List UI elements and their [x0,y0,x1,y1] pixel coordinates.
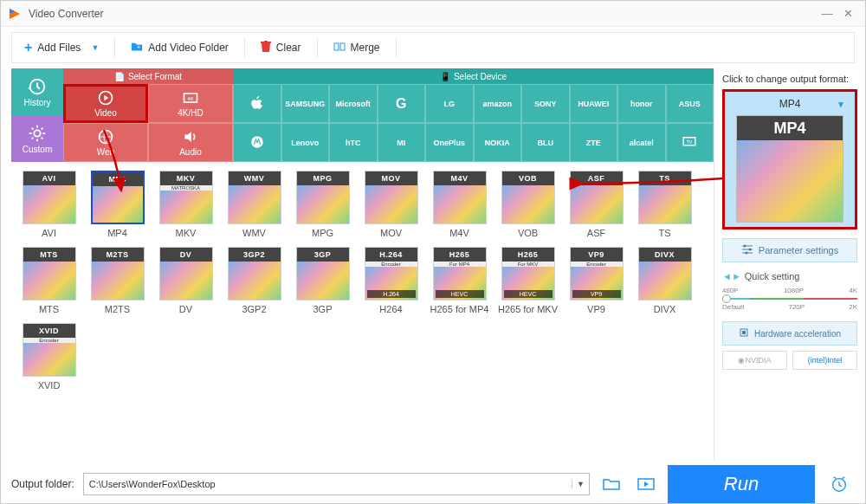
output-path-input[interactable] [84,479,572,489]
device-brand-microsoft[interactable]: Microsoft [329,84,378,123]
format-cat-audio[interactable]: Audio [148,123,233,162]
clear-button[interactable]: Clear [249,33,313,62]
format-divx[interactable]: DIVXDIVX [630,247,699,314]
custom-label: Custom [23,145,52,154]
format-m2ts[interactable]: M2TSM2TS [83,247,152,314]
format-cat-web[interactable]: Web [63,123,148,162]
speaker-icon [182,128,199,145]
device-brand-amazon[interactable]: amazon [474,84,522,123]
format-h264[interactable]: H.264EncoderH.264H264 [357,247,425,314]
close-button[interactable]: ✕ [837,3,858,24]
4k-icon: 4K [182,89,199,107]
parameter-settings-button[interactable]: Parameter settings [722,238,857,262]
nvidia-badge: ◉ NVIDIA [722,351,787,370]
quality-slider[interactable]: 480P1080P4K Default720P2K [722,287,857,311]
device-brand-honor[interactable]: honor [617,84,666,123]
format-h265-for-mkv[interactable]: H265For MKVHEVCH265 for MKV [494,247,562,314]
history-label: History [23,98,50,107]
add-folder-button[interactable]: + Add Video Folder [119,33,241,62]
video-folder-button[interactable] [633,473,659,495]
device-brand-huawei[interactable]: HUAWEI [570,84,618,123]
format-categories: Video4K4K/HDWebAudio [63,84,233,162]
moto-icon [249,133,266,151]
format-h265-for-mp4[interactable]: H265For MP4HEVCH265 for MP4 [425,247,494,314]
select-device-header: 📱 Select Device [233,68,714,84]
device-brand-lenovo[interactable]: Lenovo [281,123,330,162]
add-files-button[interactable]: + Add Files ▼ [12,33,111,62]
folder-plus-icon: + [131,41,143,55]
format-m4v[interactable]: M4VM4V [425,171,494,238]
history-tab[interactable]: History [11,68,63,115]
format-dv[interactable]: DVDV [152,247,220,314]
device-brand-asus[interactable]: ASUS [666,84,714,123]
format-vp9[interactable]: VP9EncoderVP9VP9 [562,247,630,314]
device-brand-lg[interactable]: LG [425,84,474,123]
trash-icon [261,41,271,55]
device-brand-nokia[interactable]: NOKIA [474,123,522,162]
plus-icon: + [24,40,32,55]
svg-point-6 [34,130,40,136]
chip-icon [739,327,749,339]
format-cat-video[interactable]: Video [63,84,148,123]
device-brand-mi[interactable]: MI [378,123,426,162]
output-format-label: MP4 [779,98,801,110]
path-dropdown-icon[interactable]: ▼ [572,480,589,488]
device-brand-sony[interactable]: SONY [521,84,570,123]
format-mov[interactable]: MOVMOV [357,171,425,238]
format-avi[interactable]: AVIAVI [15,171,83,238]
svg-rect-4 [340,43,345,50]
device-brand-samsung[interactable]: SAMSUNG [281,84,330,123]
device-brand-blu[interactable]: BLU [521,123,570,162]
device-brand-oneplus[interactable]: OnePlus [425,123,474,162]
format-wmv[interactable]: WMVWMV [220,171,288,238]
custom-tab[interactable]: Custom [11,115,63,162]
device-brands: SAMSUNGMicrosoftGLGamazonSONYHUAWEIhonor… [233,84,714,162]
toolbar-separator [396,38,397,57]
toolbar-separator [317,38,318,57]
add-folder-label: Add Video Folder [148,42,229,54]
format-mpg[interactable]: MPGMPG [288,171,357,238]
merge-icon [333,41,346,55]
device-brand-moto[interactable] [233,123,281,162]
app-logo-icon [8,7,22,21]
format-mts[interactable]: MTSMTS [15,247,83,314]
format-mkv[interactable]: MKVMATROSKAMKV [152,171,220,238]
format-xvid[interactable]: XVIDEncoderXVID [15,323,83,391]
device-brand-g[interactable]: G [378,84,426,123]
clear-label: Clear [276,42,301,54]
minimize-button[interactable]: — [817,3,837,24]
output-hint: Click to change output format: [722,74,857,84]
play-icon [97,89,114,107]
main-toolbar: + Add Files ▼ + Add Video Folder Clear M… [11,32,855,63]
output-thumb: MP4 [736,115,843,223]
format-asf[interactable]: ASFASF [562,171,630,238]
output-dropdown-icon[interactable]: ▼ [837,100,845,109]
format-ts[interactable]: TSTS [630,171,699,238]
output-format-box[interactable]: MP4 ▼ MP4 [722,89,857,229]
merge-button[interactable]: Merge [321,33,392,62]
sliders-icon [741,244,753,256]
format-cat-4khd[interactable]: 4K4K/HD [148,84,233,123]
run-button[interactable]: Run [668,465,815,503]
device-brand-apple[interactable] [233,84,281,123]
open-folder-button[interactable] [598,473,624,495]
output-folder-label: Output folder: [11,478,74,490]
format-3gp[interactable]: 3GP3GP [288,247,357,314]
device-brand-tv[interactable]: TV [666,123,714,162]
svg-point-16 [748,249,751,251]
device-brand-zte[interactable]: ZTE [570,123,618,162]
quick-setting-section: ◄► Quick setting 480P1080P4K Default720P… [722,271,857,311]
format-3gp2[interactable]: 3GP23GP2 [220,247,288,314]
device-brand-htc[interactable]: hTC [329,123,378,162]
intel-badge: (intel) Intel [792,351,857,370]
footer-bar: Output folder: ▼ Run [11,460,855,504]
format-vob[interactable]: VOBVOB [494,171,562,238]
schedule-button[interactable] [824,468,855,500]
svg-point-17 [745,252,747,255]
device-brand-alcatel[interactable]: alcatel [617,123,666,162]
select-format-header: 📄 Select Format [63,68,233,84]
toolbar-separator [114,38,115,57]
format-mp4[interactable]: MP4MP4 [83,171,152,238]
hardware-accel-button[interactable]: Hardware acceleration [722,321,857,346]
caret-down-icon[interactable]: ▼ [91,43,99,52]
